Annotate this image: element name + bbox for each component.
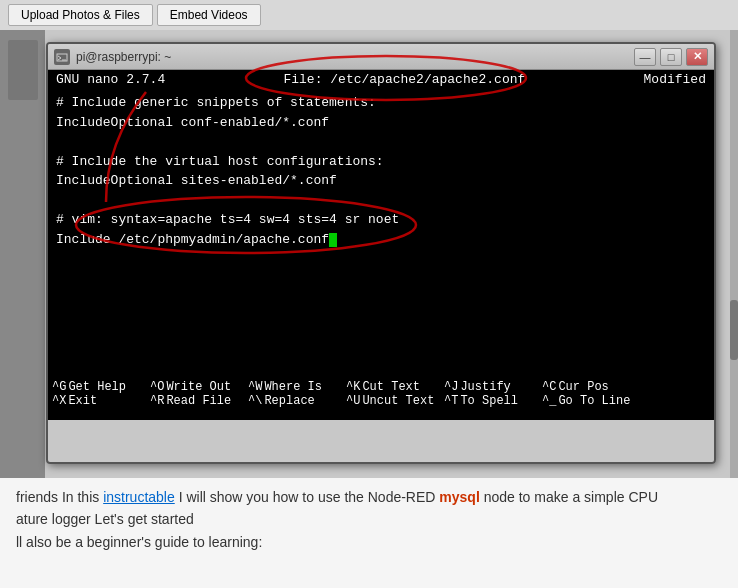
terminal-window: pi@raspberrypi: ~ — □ ✕ GNU nano 2.7.4 F… bbox=[46, 42, 716, 464]
terminal-controls: — □ ✕ bbox=[634, 48, 708, 66]
bottom-text-area: friends In this instructable I will show… bbox=[0, 478, 738, 588]
label-uncut-text: Uncut Text bbox=[362, 394, 434, 408]
cmd-replace: ^\ Replace bbox=[248, 394, 338, 408]
key-cur-pos: ^C bbox=[542, 380, 556, 394]
sidebar-icon bbox=[8, 40, 38, 100]
cmd-cur-pos: ^C Cur Pos bbox=[542, 380, 632, 394]
maximize-button[interactable]: □ bbox=[660, 48, 682, 66]
close-button[interactable]: ✕ bbox=[686, 48, 708, 66]
line-2: IncludeOptional conf-enabled/*.conf bbox=[56, 115, 329, 130]
label-write-out: Write Out bbox=[166, 380, 231, 394]
label-exit: Exit bbox=[68, 394, 97, 408]
key-write-out: ^O bbox=[150, 380, 164, 394]
key-uncut-text: ^U bbox=[346, 394, 360, 408]
label-justify: Justify bbox=[460, 380, 510, 394]
nano-status: Modified bbox=[644, 72, 706, 87]
key-justify: ^J bbox=[444, 380, 458, 394]
cmd-uncut-text: ^U Uncut Text bbox=[346, 394, 436, 408]
scrollbar-thumb[interactable] bbox=[730, 300, 738, 360]
label-read-file: Read File bbox=[166, 394, 231, 408]
label-go-to-line: Go To Line bbox=[558, 394, 630, 408]
cmd-read-file: ^R Read File bbox=[150, 394, 240, 408]
cursor bbox=[329, 233, 337, 247]
terminal-titlebar: pi@raspberrypi: ~ — □ ✕ bbox=[48, 44, 714, 70]
key-cut-text: ^K bbox=[346, 380, 360, 394]
label-where-is: Where Is bbox=[264, 380, 322, 394]
nano-version: GNU nano 2.7.4 bbox=[56, 72, 165, 87]
cmd-justify: ^J Justify bbox=[444, 380, 534, 394]
left-sidebar bbox=[0, 30, 45, 480]
footer-row-2: ^X Exit ^R Read File ^\ Replace ^U Uncut… bbox=[52, 394, 710, 408]
line-8: Include /etc/phpmyadmin/apache.conf bbox=[56, 232, 329, 247]
bottom-line-2: ature logger Let's get started bbox=[16, 508, 722, 530]
key-read-file: ^R bbox=[150, 394, 164, 408]
embed-tab[interactable]: Embed Videos bbox=[157, 4, 261, 26]
label-get-help: Get Help bbox=[68, 380, 126, 394]
bottom-line-3: ll also be a beginner's guide to learnin… bbox=[16, 531, 722, 553]
line-1: # Include generic snippets of statements… bbox=[56, 95, 376, 110]
label-to-spell: To Spell bbox=[460, 394, 518, 408]
line-5: IncludeOptional sites-enabled/*.conf bbox=[56, 173, 337, 188]
footer-row-1: ^G Get Help ^O Write Out ^W Where Is ^K … bbox=[52, 380, 710, 394]
key-replace: ^\ bbox=[248, 394, 262, 408]
instructable-link[interactable]: instructable bbox=[103, 489, 175, 505]
cmd-to-spell: ^T To Spell bbox=[444, 394, 534, 408]
nano-footer: ^G Get Help ^O Write Out ^W Where Is ^K … bbox=[48, 378, 714, 420]
cmd-cut-text: ^K Cut Text bbox=[346, 380, 436, 394]
minimize-button[interactable]: — bbox=[634, 48, 656, 66]
cmd-exit: ^X Exit bbox=[52, 394, 142, 408]
cmd-write-out: ^O Write Out bbox=[150, 380, 240, 394]
key-get-help: ^G bbox=[52, 380, 66, 394]
nano-filename: File: /etc/apache2/apache2.conf bbox=[283, 72, 525, 87]
nano-header: GNU nano 2.7.4 File: /etc/apache2/apache… bbox=[48, 70, 714, 89]
label-cut-text: Cut Text bbox=[362, 380, 420, 394]
terminal-title: pi@raspberrypi: ~ bbox=[76, 50, 171, 64]
key-exit: ^X bbox=[52, 394, 66, 408]
line-4: # Include the virtual host configuration… bbox=[56, 154, 384, 169]
right-scrollbar[interactable] bbox=[730, 30, 738, 480]
key-go-to-line: ^_ bbox=[542, 394, 556, 408]
terminal-title-left: pi@raspberrypi: ~ bbox=[54, 49, 171, 65]
line-7: # vim: syntax=apache ts=4 sw=4 sts=4 sr … bbox=[56, 212, 399, 227]
key-where-is: ^W bbox=[248, 380, 262, 394]
tab-bar: Upload Photos & Files Embed Videos bbox=[0, 0, 738, 30]
upload-tab[interactable]: Upload Photos & Files bbox=[8, 4, 153, 26]
terminal-content: GNU nano 2.7.4 File: /etc/apache2/apache… bbox=[48, 70, 714, 420]
terminal-app-icon bbox=[54, 49, 70, 65]
label-replace: Replace bbox=[264, 394, 314, 408]
cmd-get-help: ^G Get Help bbox=[52, 380, 142, 394]
cmd-go-to-line: ^_ Go To Line bbox=[542, 394, 632, 408]
label-cur-pos: Cur Pos bbox=[558, 380, 608, 394]
key-to-spell: ^T bbox=[444, 394, 458, 408]
bottom-line-1: friends In this instructable I will show… bbox=[16, 486, 722, 508]
nano-body[interactable]: # Include generic snippets of statements… bbox=[48, 89, 714, 378]
cmd-where-is: ^W Where Is bbox=[248, 380, 338, 394]
